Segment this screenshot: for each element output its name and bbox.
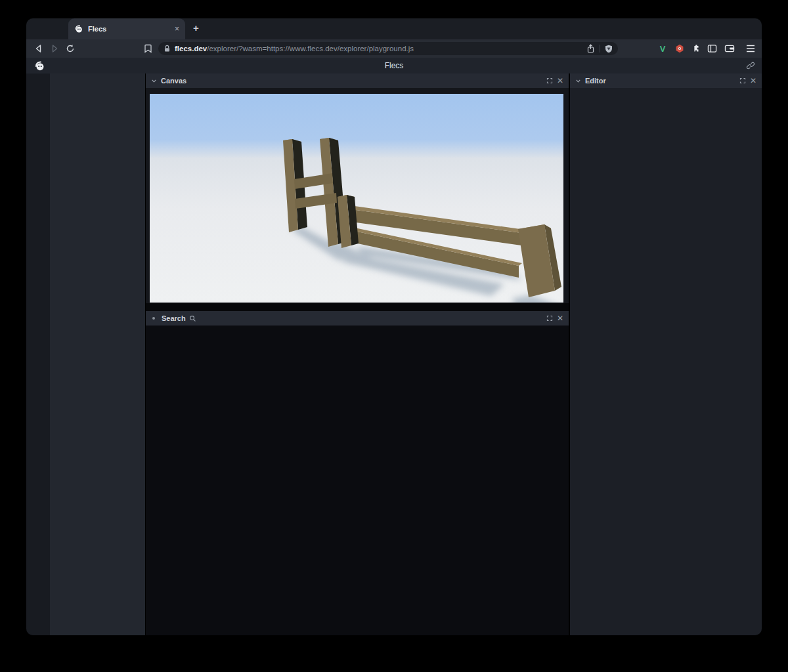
3d-viewport[interactable] (150, 94, 563, 303)
back-button[interactable] (33, 43, 45, 54)
link-icon[interactable] (746, 61, 755, 70)
fullscreen-icon[interactable] (739, 77, 746, 84)
search-icon (189, 315, 196, 322)
wallet-icon[interactable] (724, 43, 735, 54)
app-header: Flecs (26, 58, 762, 74)
minimize-window-button[interactable] (47, 26, 54, 32)
extension-badge-icon[interactable] (674, 43, 686, 54)
menu-icon[interactable] (745, 43, 756, 54)
search-panel-title: Search (162, 314, 186, 322)
brave-shield-icon[interactable] (605, 45, 613, 53)
url-path: /explorer/?wasm=https://www.flecs.dev/ex… (207, 45, 414, 52)
search-panel: Search ✕ (146, 311, 569, 635)
canvas-panel: Canvas ✕ (146, 74, 569, 303)
collapsed-bullet-icon[interactable] (152, 317, 155, 320)
fullscreen-icon[interactable] (546, 77, 553, 84)
editor-panel-header: Editor ✕ (570, 74, 762, 88)
close-icon[interactable]: ✕ (557, 76, 563, 85)
editor-panel: Editor ✕ (569, 74, 762, 635)
canvas-panel-title: Canvas (161, 77, 186, 85)
tab-close-icon[interactable]: × (175, 24, 179, 33)
canvas-panel-header: Canvas ✕ (146, 74, 569, 88)
lock-icon (164, 45, 171, 52)
activity-bar (26, 74, 50, 635)
chevron-down-icon[interactable] (151, 78, 157, 84)
code-editor[interactable] (570, 88, 762, 635)
editor-panel-title: Editor (585, 77, 606, 85)
fullscreen-icon[interactable] (546, 315, 553, 322)
vue-devtools-icon[interactable]: V (657, 43, 668, 54)
traffic-lights (36, 26, 65, 32)
canvas-body (146, 88, 569, 303)
browser-nav-bar: flecs.dev/explorer/?wasm=https://www.fle… (26, 39, 762, 58)
entity-tree (50, 74, 146, 635)
search-results-area (146, 326, 569, 635)
sidebar-toggle-icon[interactable] (706, 43, 718, 54)
browser-tab-bar: Flecs × + (26, 18, 762, 39)
close-icon[interactable]: ✕ (750, 76, 756, 85)
new-tab-button[interactable]: + (193, 22, 199, 33)
page-title: Flecs (26, 61, 762, 70)
tab-favicon-flecs-logo (74, 24, 83, 33)
forward-button[interactable] (49, 43, 60, 54)
tab-title: Flecs (88, 25, 170, 33)
browser-window: Flecs × + flecs.dev/explorer/?wasm=https… (26, 18, 762, 635)
close-icon[interactable]: ✕ (557, 314, 563, 323)
browser-tab[interactable]: Flecs × (68, 18, 185, 39)
share-icon[interactable] (586, 44, 595, 53)
url-bar[interactable]: flecs.dev/explorer/?wasm=https://www.fle… (158, 42, 618, 55)
url-domain: flecs.dev (175, 45, 207, 52)
extensions-puzzle-icon[interactable] (690, 43, 702, 54)
divider (600, 45, 600, 52)
close-window-button[interactable] (36, 26, 43, 32)
search-panel-header: Search ✕ (146, 311, 569, 326)
zoom-window-button[interactable] (58, 26, 65, 32)
reload-button[interactable] (64, 43, 76, 54)
chevron-down-icon[interactable] (575, 78, 581, 84)
bookmark-icon[interactable] (142, 43, 154, 54)
